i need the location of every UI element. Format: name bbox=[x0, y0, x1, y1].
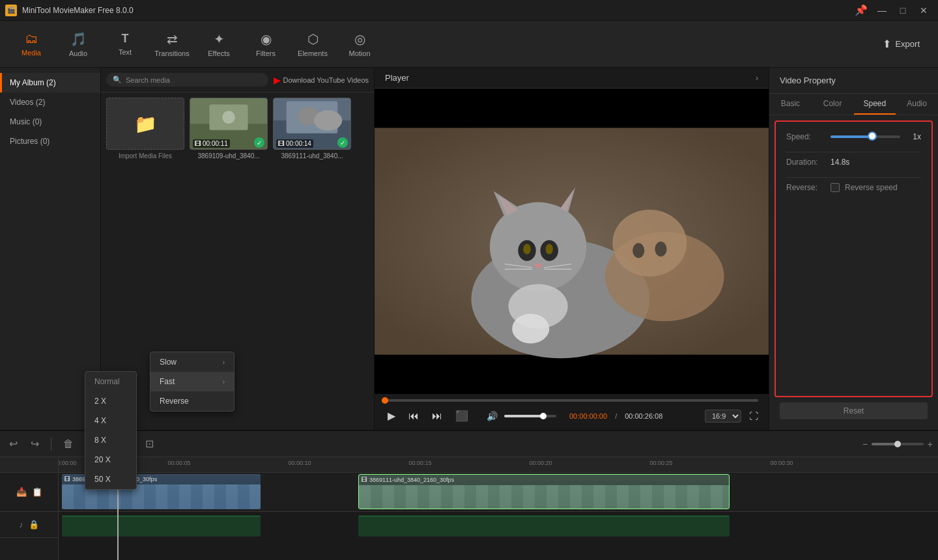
volume-slider[interactable] bbox=[504, 415, 556, 417]
youtube-icon: ▶ bbox=[274, 75, 281, 85]
toolbar: 🗂 Media 🎵 Audio T Text ⇄ Transitions ✦ E… bbox=[0, 21, 938, 68]
ruler-mark-5: 00:00:05 bbox=[167, 460, 190, 466]
file1-name: 3869109-uhd_3840... bbox=[190, 152, 268, 160]
copy-track-button[interactable]: 📋 bbox=[31, 486, 44, 498]
prop-tab-audio[interactable]: Audio bbox=[896, 94, 938, 115]
toolbar-item-motion[interactable]: ◎ Motion bbox=[339, 25, 380, 64]
toolbar-item-media[interactable]: 🗂 Media bbox=[10, 25, 52, 64]
audio-clip-1: var bars = ''; for(var i=0;i<150;i++){ v… bbox=[62, 516, 261, 537]
add-media-button[interactable]: 📥 bbox=[15, 486, 28, 498]
audio-wave-1: var bars = ''; for(var i=0;i<150;i++){ v… bbox=[62, 516, 261, 537]
toolbar-item-effects[interactable]: ✦ Effects bbox=[198, 25, 240, 64]
export-icon: ⬆ bbox=[883, 38, 891, 50]
speed-50x-item[interactable]: 50 X bbox=[85, 469, 136, 489]
export-button[interactable]: ⬆ Export bbox=[875, 34, 928, 54]
file2-duration: 🎞 00:00:14 bbox=[276, 139, 313, 148]
minimize-button[interactable]: — bbox=[873, 4, 891, 17]
reverse-speed-checkbox[interactable] bbox=[831, 183, 840, 192]
media-search-bar: 🔍 Search media ▶ Download YouTube Videos bbox=[101, 68, 374, 92]
stop-button[interactable]: ⬛ bbox=[453, 407, 471, 425]
close-button[interactable]: ✕ bbox=[915, 4, 933, 17]
progress-track[interactable] bbox=[385, 399, 758, 402]
volume-button[interactable]: 🔊 bbox=[484, 408, 500, 424]
media-grid: 📁 Import Media Files 🎞 00:00:11 bbox=[101, 92, 374, 165]
audio-clip-2: var bars2 = ''; for(var i=0;i<285;i++){ … bbox=[358, 516, 730, 537]
prev-frame-button[interactable]: ⏮ bbox=[406, 408, 421, 425]
fullscreen-button[interactable]: ⛶ bbox=[749, 411, 758, 421]
sidebar-item-music[interactable]: Music (0) bbox=[0, 112, 100, 132]
reverse-speed-label: Reverse speed bbox=[845, 183, 898, 192]
file1-duration: 🎞 00:00:11 bbox=[193, 139, 230, 148]
fast-label: Fast bbox=[160, 377, 175, 386]
media-icon: 🗂 bbox=[25, 31, 38, 46]
crop-button[interactable]: ⊡ bbox=[141, 435, 158, 453]
zoom-slider[interactable] bbox=[872, 443, 924, 445]
reverse-menu-item[interactable]: Reverse bbox=[150, 391, 234, 411]
speed-slider-dot[interactable] bbox=[868, 132, 877, 141]
reverse-label: Reverse bbox=[160, 397, 189, 406]
media-label: Media bbox=[21, 49, 41, 57]
speed-8x-item[interactable]: 8 X bbox=[85, 430, 136, 450]
speed-4x-item[interactable]: 4 X bbox=[85, 411, 136, 430]
aspect-ratio-select[interactable]: 16:9 4:3 1:1 bbox=[705, 410, 741, 423]
add-audio-button[interactable]: ♪ bbox=[18, 518, 25, 531]
prop-tab-color[interactable]: Color bbox=[812, 94, 854, 115]
film-icon-clip1: 🎞 bbox=[64, 476, 70, 483]
sidebar-item-videos[interactable]: Videos (2) bbox=[0, 92, 100, 112]
duration-row: Duration: 14.8s bbox=[786, 158, 921, 167]
media-file-2[interactable]: 🎞 00:00:14 ✓ 3869111-uhd_3840... bbox=[273, 98, 351, 160]
duration-value: 14.8s bbox=[831, 158, 849, 167]
reverse-label: Reverse: bbox=[786, 183, 825, 192]
speed-50x-label: 50 X bbox=[94, 475, 111, 484]
slow-menu-item[interactable]: Slow › bbox=[150, 352, 234, 372]
svg-point-31 bbox=[655, 242, 666, 257]
speed-label: Speed: bbox=[786, 132, 825, 141]
zoom-out-icon[interactable]: − bbox=[862, 439, 868, 449]
speed-20x-item[interactable]: 20 X bbox=[85, 450, 136, 469]
prop-tab-basic[interactable]: Basic bbox=[769, 94, 812, 115]
speed-context-menu: Slow › Fast › Reverse bbox=[150, 352, 234, 412]
prop-tab-speed[interactable]: Speed bbox=[854, 94, 896, 115]
video-clip-2[interactable]: 🎞 3869111-uhd_3840_2160_30fps bbox=[358, 474, 730, 509]
redo-button[interactable]: ↪ bbox=[27, 435, 43, 453]
progress-dot[interactable] bbox=[382, 397, 388, 404]
collapse-arrow-icon[interactable]: › bbox=[756, 74, 758, 83]
timeline-tracks: 00:00:00 00:00:05 00:00:10 00:00:15 00:0… bbox=[59, 457, 938, 560]
speed-normal-item[interactable]: Normal bbox=[85, 372, 136, 391]
text-icon: T bbox=[122, 32, 129, 46]
next-frame-button[interactable]: ⏭ bbox=[429, 408, 445, 425]
play-button[interactable]: ▶ bbox=[385, 407, 398, 425]
zoom-dot[interactable] bbox=[894, 441, 901, 447]
sidebar-item-pictures-label: Pictures (0) bbox=[10, 137, 50, 146]
media-file-1[interactable]: 🎞 00:00:11 ✓ 3869109-uhd_3840... bbox=[190, 98, 268, 160]
toolbar-item-transitions[interactable]: ⇄ Transitions bbox=[151, 25, 193, 64]
sidebar-item-my-album[interactable]: My Album (2) bbox=[0, 73, 100, 92]
clip2-name: 3869111-uhd_3840_2160_30fps bbox=[369, 477, 454, 483]
import-media-card[interactable]: 📁 Import Media Files bbox=[106, 98, 184, 160]
zoom-in-icon[interactable]: + bbox=[928, 439, 933, 449]
speed-slider[interactable] bbox=[831, 135, 900, 138]
toolbar-item-audio[interactable]: 🎵 Audio bbox=[57, 25, 99, 64]
toolbar-item-text[interactable]: T Text bbox=[104, 25, 146, 64]
fast-menu-item[interactable]: Fast › bbox=[150, 372, 234, 391]
search-box[interactable]: 🔍 Search media bbox=[106, 73, 268, 87]
youtube-label: Download YouTube Videos bbox=[283, 76, 369, 84]
toolbar-item-filters[interactable]: ◉ Filters bbox=[245, 25, 287, 64]
delete-button[interactable]: 🗑 bbox=[59, 436, 78, 453]
maximize-button[interactable]: □ bbox=[894, 4, 912, 17]
speed-2x-item[interactable]: 2 X bbox=[85, 391, 136, 411]
toolbar-item-elements[interactable]: ⬡ Elements bbox=[292, 25, 334, 64]
track-labels: 📥 📋 ♪ 🔒 bbox=[0, 457, 59, 560]
sidebar-item-music-label: Music (0) bbox=[10, 117, 42, 126]
reset-button[interactable]: Reset bbox=[780, 402, 928, 419]
import-thumb[interactable]: 📁 bbox=[106, 98, 184, 150]
youtube-download-button[interactable]: ▶ Download YouTube Videos bbox=[274, 75, 369, 85]
app-title: MiniTool MovieMaker Free 8.0.0 bbox=[22, 6, 855, 15]
lock-audio-button[interactable]: 🔒 bbox=[27, 518, 40, 531]
sidebar-item-pictures[interactable]: Pictures (0) bbox=[0, 132, 100, 151]
undo-button[interactable]: ↩ bbox=[5, 435, 21, 453]
sidebar-item-my-album-label: My Album (2) bbox=[10, 78, 56, 87]
volume-dot[interactable] bbox=[540, 413, 547, 419]
pin-button[interactable]: 📌 bbox=[855, 4, 868, 16]
audio-track: var bars = ''; for(var i=0;i<150;i++){ v… bbox=[59, 512, 938, 538]
